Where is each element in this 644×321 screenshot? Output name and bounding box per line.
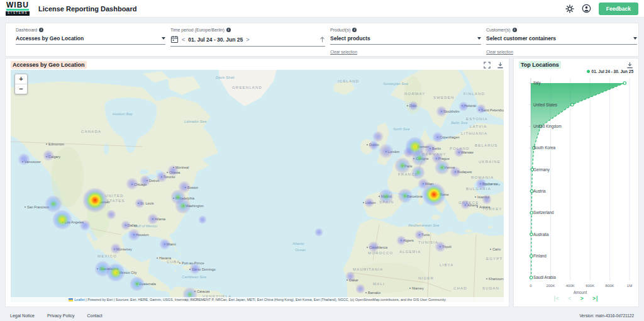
water-label: Ocean [295,248,306,252]
products-select[interactable]: Select products [330,35,481,45]
flag-icon [69,298,73,301]
heat-point [379,144,394,159]
region-label: GREENLAND [232,86,262,89]
water-label: Hudson Bay [113,112,133,116]
svg-text:South Korea: South Korea [533,145,556,150]
svg-text:Germany: Germany [533,167,550,172]
settings-gear-icon[interactable] [565,4,574,13]
heat-point [198,215,207,224]
heat-point [189,263,201,274]
heat-point [454,147,464,157]
city-dot [490,249,491,250]
svg-text:400K: 400K [566,284,575,288]
city-label: Edmonton [48,142,64,146]
region-label: MAURITANIA [353,268,384,271]
svg-text:Austria: Austria [533,189,546,193]
contact-link[interactable]: Contact [87,313,103,318]
info-icon[interactable]: i [39,28,43,32]
heat-point [135,198,145,208]
region-label: CHAD [453,286,467,290]
products-filter-label: Product(s) i [330,28,481,32]
water-label: Labrador Sea [184,120,207,123]
heat-point [475,178,487,189]
city-dot [46,144,47,145]
previous-period-chevron[interactable]: < [182,37,185,43]
region-label: LITHUANIA [461,132,487,135]
chevron-down-icon [477,37,481,40]
heat-point [106,210,116,220]
logo-brand-text: WIBU [6,1,29,11]
city-label: Bamako [368,291,380,295]
map-panel-title: Accesses by Geo Location [11,61,87,69]
region-label: ESTONIA [466,117,488,121]
download-icon[interactable] [626,62,633,69]
next-period-chevron[interactable]: > [246,37,249,43]
heat-point [43,150,54,161]
fullscreen-icon[interactable] [484,62,491,69]
info-icon[interactable]: i [513,28,517,32]
city-label: Havana [159,256,172,260]
region-label: UNITED [105,194,124,198]
info-icon[interactable]: i [226,28,231,32]
heat-point [126,177,138,190]
calendar-icon[interactable] [170,35,179,43]
clear-customers-link[interactable]: Clear selection [486,50,513,54]
top-locations-chart: 0200K400K600K800K1MItalyUnited StatesUni… [516,76,638,297]
svg-text:200K: 200K [546,284,555,288]
svg-text:United Kingdom: United Kingdom [533,124,562,129]
region-label: SUDAN [482,286,499,290]
heat-point [460,200,470,210]
dashboard-select[interactable]: Accesses by Geo Location [16,35,165,45]
previous-page-button[interactable]: < [568,295,572,301]
heat-point [435,241,446,252]
heat-point [379,189,394,204]
first-page-button[interactable]: |< [554,295,560,301]
legal-notice-link[interactable]: Legal Notice [10,313,35,318]
region-label: TUNISIA [418,240,438,244]
zoom-out-button[interactable]: − [15,84,27,94]
svg-text:800K: 800K [606,284,614,288]
region-label: FINLAND [464,92,485,96]
leaflet-link[interactable]: Leaflet [74,298,85,301]
zoom-in-button[interactable]: + [15,74,27,84]
city-label: Cairo [492,247,501,251]
heat-point [128,228,140,241]
heat-point [147,213,158,225]
region-label: BELARUS [475,144,497,147]
city-dot [407,105,408,106]
city-dot [363,202,364,203]
time-period-value[interactable]: 01. Jul 24 - 30. Jun 25 [188,37,243,43]
water-label: Baltic Sea [451,121,468,125]
heat-point [432,132,443,143]
info-icon[interactable]: i [352,28,357,32]
region-label: CUBA [167,260,180,264]
privacy-policy-link[interactable]: Privacy Policy [47,313,75,318]
region-label: ICELAND [338,79,359,83]
heat-point [106,263,125,282]
last-page-button[interactable]: >| [592,295,598,301]
heat-point [355,284,365,294]
heat-point [372,131,384,142]
download-icon[interactable] [497,62,504,69]
geo-heatmap[interactable]: CANADAUNITEDSTATESMEXICOCUBAGREENLANDICE… [11,70,504,302]
water-label: North Sea [393,127,410,131]
heat-point [175,198,191,214]
user-account-icon[interactable] [582,4,591,13]
feedback-button[interactable]: Feedback [599,3,638,15]
heat-point [79,220,91,231]
heat-point [364,198,374,208]
clear-products-link[interactable]: Clear selection [330,50,357,54]
customers-select[interactable]: Select customer containers [486,35,637,45]
app-header: WIBU SYSTEMS License Reporting Dashboard… [0,0,644,18]
svg-text:Saudi Arabia: Saudi Arabia [533,275,556,279]
map-attribution: Leaflet | Powered by Esri | Sources: Esr… [11,297,504,302]
heat-point [110,243,121,254]
city-label: Khartoum [489,277,504,281]
arrow-up-icon[interactable] [319,36,325,43]
water-label: Atlantic [292,242,304,245]
next-page-button[interactable]: > [580,295,584,301]
filter-bar: Dashboard i Accesses by Geo Location Tim… [5,23,639,57]
city-dot [409,288,411,289]
city-dot [486,278,487,279]
water-label: Gulf of Mexico [134,224,158,228]
